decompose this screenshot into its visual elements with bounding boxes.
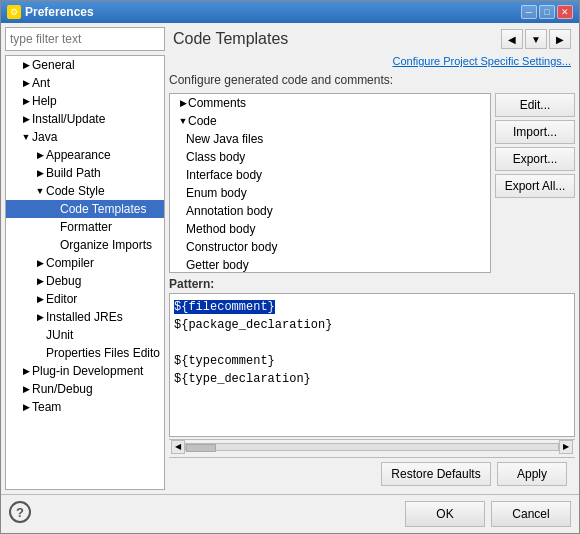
expand-icon: ▶ (20, 95, 32, 107)
back-button[interactable]: ◀ (501, 29, 523, 49)
scroll-right-arrow[interactable]: ▶ (559, 440, 573, 454)
horizontal-scrollbar[interactable]: ◀ ▶ (169, 439, 575, 453)
template-item-getter-body[interactable]: Getter body (170, 256, 490, 273)
window-title: Preferences (25, 5, 94, 19)
tree-label: Code Style (46, 184, 105, 198)
template-item-enum-body[interactable]: Enum body (170, 184, 490, 202)
tree-label: Build Path (46, 166, 101, 180)
expand-icon: ▶ (20, 59, 32, 71)
tree-label: Formatter (60, 220, 112, 234)
pattern-section: Pattern: ${filecomment} ${package_declar… (169, 277, 575, 453)
template-item-new-java-files[interactable]: New Java files (170, 130, 490, 148)
tree-item-ant[interactable]: ▶ Ant (6, 74, 164, 92)
scrollbar-track[interactable] (185, 443, 559, 451)
export-button[interactable]: Export... (495, 147, 575, 171)
cancel-button[interactable]: Cancel (491, 501, 571, 527)
bottom-bar: ? OK Cancel (1, 494, 579, 533)
tree-item-properties-files[interactable]: Properties Files Edito (6, 344, 164, 362)
template-item-class-body[interactable]: Class body (170, 148, 490, 166)
title-bar-left: ⚙ Preferences (7, 5, 94, 19)
template-item-constructor-body[interactable]: Constructor body (170, 238, 490, 256)
scroll-left-arrow[interactable]: ◀ (171, 440, 185, 454)
configure-label: Configure generated code and comments: (169, 71, 575, 89)
expand-icon: ▼ (34, 185, 46, 197)
maximize-button[interactable]: □ (539, 5, 555, 19)
restore-defaults-button[interactable]: Restore Defaults (381, 462, 491, 486)
import-button[interactable]: Import... (495, 120, 575, 144)
configure-link[interactable]: Configure Project Specific Settings... (169, 55, 575, 67)
edit-button[interactable]: Edit... (495, 93, 575, 117)
footer-buttons: Restore Defaults Apply (169, 457, 575, 490)
left-panel: ▶ General ▶ Ant ▶ Help ▶ Install/Update (5, 27, 165, 490)
expand-icon: ▶ (20, 401, 32, 413)
help-button[interactable]: ? (9, 501, 31, 523)
templates-area: ▶ Comments ▼ Code New Java files Class b… (169, 93, 575, 273)
tree-label: Ant (32, 76, 50, 90)
nav-dropdown-button[interactable]: ▼ (525, 29, 547, 49)
pattern-editor[interactable]: ${filecomment} ${package_declaration} ${… (169, 293, 575, 437)
panel-title: Code Templates (173, 30, 288, 48)
tree-item-formatter[interactable]: Formatter (6, 218, 164, 236)
tree-item-build-path[interactable]: ▶ Build Path (6, 164, 164, 182)
pattern-content: ${filecomment} ${package_declaration} ${… (174, 298, 570, 388)
template-item-interface-body[interactable]: Interface body (170, 166, 490, 184)
template-label: New Java files (186, 132, 263, 146)
tree-label: Java (32, 130, 57, 144)
tree-item-junit[interactable]: JUnit (6, 326, 164, 344)
right-panel: Code Templates ◀ ▼ ▶ Configure Project S… (169, 27, 575, 490)
tree-item-run-debug[interactable]: ▶ Run/Debug (6, 380, 164, 398)
expand-icon: ▶ (20, 383, 32, 395)
tree-item-code-style[interactable]: ▼ Code Style (6, 182, 164, 200)
template-label: Enum body (186, 186, 247, 200)
expand-icon: ▶ (34, 311, 46, 323)
expand-icon: ▼ (20, 131, 32, 143)
tree-item-code-templates[interactable]: Code Templates (6, 200, 164, 218)
minimize-button[interactable]: ─ (521, 5, 537, 19)
apply-button[interactable]: Apply (497, 462, 567, 486)
tree-item-help[interactable]: ▶ Help (6, 92, 164, 110)
tree-item-plugin-development[interactable]: ▶ Plug-in Development (6, 362, 164, 380)
tree-item-team[interactable]: ▶ Team (6, 398, 164, 416)
scrollbar-thumb[interactable] (186, 444, 216, 452)
close-button[interactable]: ✕ (557, 5, 573, 19)
template-label: Getter body (186, 258, 249, 272)
filter-input[interactable] (5, 27, 165, 51)
tree-item-install-update[interactable]: ▶ Install/Update (6, 110, 164, 128)
expand-icon: ▶ (174, 98, 188, 108)
tree-label: Run/Debug (32, 382, 93, 396)
tree-item-organize-imports[interactable]: Organize Imports (6, 236, 164, 254)
tree-item-general[interactable]: ▶ General (6, 56, 164, 74)
tree-item-appearance[interactable]: ▶ Appearance (6, 146, 164, 164)
template-item-method-body[interactable]: Method body (170, 220, 490, 238)
template-item-annotation-body[interactable]: Annotation body (170, 202, 490, 220)
tree-item-installed-jres[interactable]: ▶ Installed JREs (6, 308, 164, 326)
expand-icon (34, 347, 46, 359)
template-item-comments[interactable]: ▶ Comments (170, 94, 490, 112)
tree-label: Install/Update (32, 112, 105, 126)
title-bar: ⚙ Preferences ─ □ ✕ (1, 1, 579, 23)
tree-item-java[interactable]: ▼ Java (6, 128, 164, 146)
expand-icon: ▶ (20, 113, 32, 125)
template-action-buttons: Edit... Import... Export... Export All..… (495, 93, 575, 273)
tree-label: JUnit (46, 328, 73, 342)
tree-item-editor[interactable]: ▶ Editor (6, 290, 164, 308)
pattern-line4: ${typecomment} (174, 354, 275, 368)
expand-icon (48, 221, 60, 233)
pattern-label: Pattern: (169, 277, 575, 291)
preferences-window: ⚙ Preferences ─ □ ✕ ▶ General ▶ Ant (0, 0, 580, 534)
template-item-code[interactable]: ▼ Code (170, 112, 490, 130)
highlighted-text: ${filecomment} (174, 300, 275, 314)
forward-button[interactable]: ▶ (549, 29, 571, 49)
export-all-button[interactable]: Export All... (495, 174, 575, 198)
pattern-line5: ${type_declaration} (174, 372, 311, 386)
tree-item-compiler[interactable]: ▶ Compiler (6, 254, 164, 272)
expand-icon: ▶ (34, 293, 46, 305)
tree-label: General (32, 58, 75, 72)
ok-button[interactable]: OK (405, 501, 485, 527)
tree-label: Compiler (46, 256, 94, 270)
tree-item-debug[interactable]: ▶ Debug (6, 272, 164, 290)
tree-label: Organize Imports (60, 238, 152, 252)
template-label: Interface body (186, 168, 262, 182)
expand-icon: ▼ (174, 116, 188, 126)
tree-label: Help (32, 94, 57, 108)
